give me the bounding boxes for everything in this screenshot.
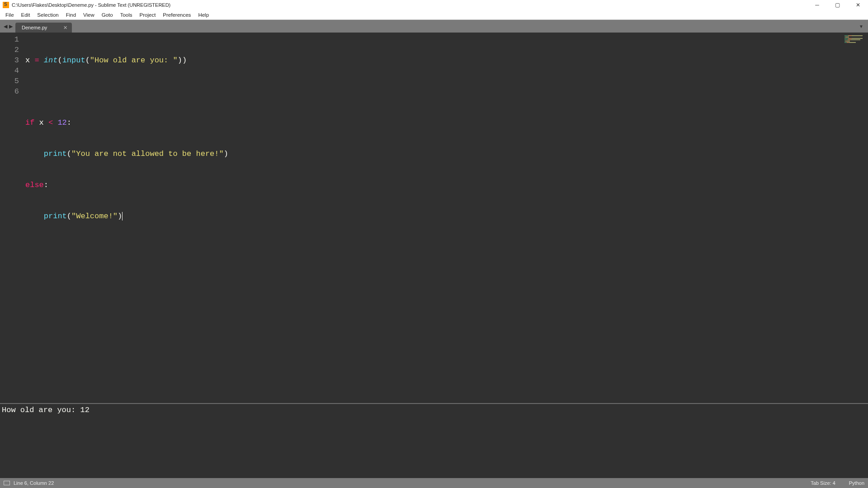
editor-area[interactable]: 1 2 3 4 5 6 x = int(input("How old are y…: [0, 33, 868, 403]
line-number: 4: [0, 66, 19, 76]
code-indent: [25, 150, 44, 158]
code-token: ): [118, 212, 122, 221]
code-token: :: [67, 118, 71, 127]
line-gutter: 1 2 3 4 5 6: [0, 33, 25, 403]
code-token: print: [44, 212, 67, 221]
menu-edit[interactable]: Edit: [18, 11, 34, 19]
minimap-line: [844, 41, 850, 42]
menu-project[interactable]: Project: [136, 11, 160, 19]
tab-active[interactable]: Deneme.py ✕: [15, 23, 72, 33]
code-indent: [25, 212, 44, 221]
menu-goto[interactable]: Goto: [98, 11, 117, 19]
code-content[interactable]: x = int(input("How old are you: ")) if x…: [25, 33, 809, 403]
code-token: if: [25, 118, 34, 127]
tab-close-icon[interactable]: ✕: [63, 25, 67, 31]
tab-dropdown-icon[interactable]: ▼: [859, 24, 863, 29]
code-token: )): [178, 56, 187, 65]
tab-nav-arrows[interactable]: ◀ ▶: [1, 20, 15, 33]
line-number: 3: [0, 55, 19, 66]
window-title: C:\Users\Flakes\Desktop\Deneme.py - Subl…: [12, 2, 170, 8]
menu-tools[interactable]: Tools: [117, 11, 136, 19]
minimap-line: [844, 35, 863, 36]
code-token: int: [44, 56, 58, 65]
code-token: "You are not allowed to be here!": [71, 150, 224, 158]
code-token: "Welcome!": [71, 212, 118, 221]
status-tab-size[interactable]: Tab Size: 4: [811, 480, 835, 486]
code-token: input: [62, 56, 85, 65]
minimap[interactable]: [809, 33, 868, 403]
code-token: x: [34, 118, 48, 127]
code-token: (: [67, 212, 71, 221]
nav-back-icon[interactable]: ◀: [4, 23, 7, 29]
line-number: 5: [0, 76, 19, 86]
code-token: (: [67, 150, 71, 158]
menu-find[interactable]: Find: [62, 11, 80, 19]
app-icon: [3, 2, 9, 8]
close-button[interactable]: ✕: [848, 0, 868, 10]
minimap-line: [844, 42, 856, 43]
code-line: [25, 86, 809, 97]
code-token: else: [25, 181, 44, 189]
code-token: ): [224, 150, 228, 158]
tab-bar: ◀ ▶ Deneme.py ✕ ▼: [0, 20, 868, 33]
menu-file[interactable]: File: [2, 11, 18, 19]
output-text: How old are you: 12: [2, 406, 90, 414]
menu-preferences[interactable]: Preferences: [159, 11, 194, 19]
minimap-line: [844, 39, 860, 40]
code-token: x: [25, 56, 34, 65]
line-number: 2: [0, 45, 19, 55]
status-panel-icon[interactable]: [4, 481, 10, 485]
status-bar: Line 6, Column 22 Tab Size: 4 Python: [0, 478, 868, 488]
maximize-button[interactable]: ▢: [827, 0, 848, 10]
menu-help[interactable]: Help: [194, 11, 212, 19]
window-titlebar: C:\Users\Flakes\Desktop\Deneme.py - Subl…: [0, 0, 868, 10]
nav-forward-icon[interactable]: ▶: [9, 23, 13, 29]
code-token: (: [57, 56, 62, 65]
menu-bar: File Edit Selection Find View Goto Tools…: [0, 10, 868, 20]
status-position[interactable]: Line 6, Column 22: [14, 480, 54, 486]
menu-view[interactable]: View: [80, 11, 98, 19]
code-token: =: [34, 56, 43, 65]
minimap-line: [844, 38, 863, 39]
code-token: 12: [57, 118, 66, 127]
line-number: 1: [0, 34, 19, 45]
minimize-button[interactable]: ─: [807, 0, 827, 10]
code-token: (: [85, 56, 90, 65]
code-token: "How old are you: ": [90, 56, 178, 65]
build-output-panel[interactable]: How old are you: 12: [0, 404, 868, 478]
code-token: print: [44, 150, 67, 158]
status-syntax[interactable]: Python: [849, 480, 864, 486]
text-cursor: [122, 212, 123, 221]
line-number: 6: [0, 86, 19, 97]
tab-label: Deneme.py: [22, 25, 47, 30]
menu-selection[interactable]: Selection: [33, 11, 62, 19]
minimap-line: [844, 37, 849, 38]
code-token: :: [44, 181, 48, 189]
code-token: [53, 118, 57, 127]
code-token: <: [48, 118, 53, 127]
